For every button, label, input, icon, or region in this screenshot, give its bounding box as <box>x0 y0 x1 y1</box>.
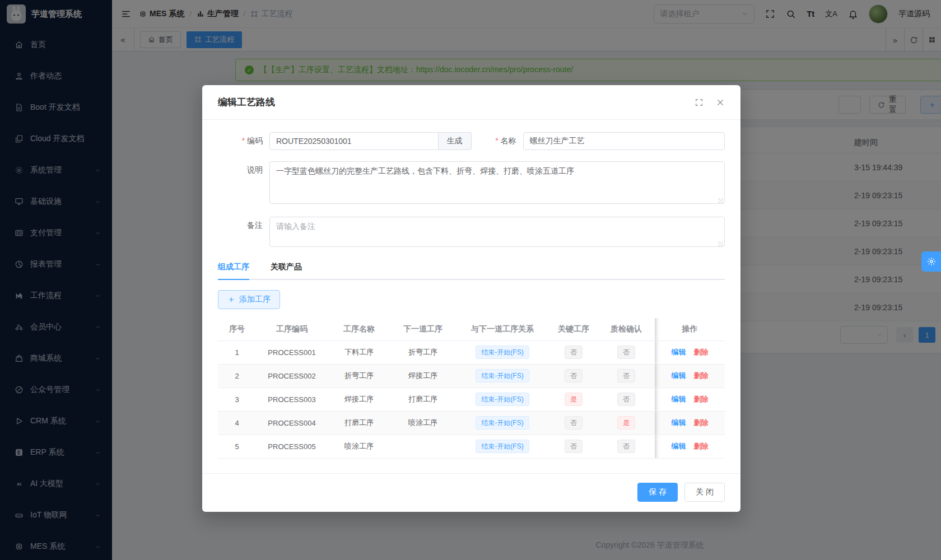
dialog-title: 编辑工艺路线 <box>218 96 682 109</box>
qc-confirm-tag: 否 <box>617 346 635 359</box>
steps-column-header: 质检确认 <box>598 318 655 340</box>
relation-tag: 结束-开始(FS) <box>476 369 529 382</box>
route-code-input[interactable] <box>269 132 439 150</box>
step-code: PROCESS002 <box>256 364 328 388</box>
dialog-footer: 保 存 关 闭 <box>202 473 740 512</box>
step-row: 3PROCESS003焊接工序打磨工序结束-开始(FS)是否编辑删除 <box>218 388 725 411</box>
steps-column-header: 关键工序 <box>549 318 598 340</box>
step-name: 打磨工序 <box>328 411 390 435</box>
edit-link[interactable]: 编辑 <box>672 371 686 380</box>
step-code: PROCESS004 <box>256 411 328 435</box>
step-next: 焊接工序 <box>390 364 455 388</box>
steps-column-header: 工序名称 <box>328 318 390 340</box>
step-row: 5PROCESS005喷涂工序结束-开始(FS)否否编辑删除 <box>218 435 725 458</box>
remark-field-label: 备注 <box>218 217 269 231</box>
step-seq: 3 <box>218 388 256 411</box>
delete-link[interactable]: 删除 <box>694 442 709 450</box>
resize-grip[interactable] <box>718 198 723 203</box>
delete-link[interactable]: 删除 <box>694 371 709 380</box>
steps-column-header: 序号 <box>218 318 256 340</box>
step-code: PROCESS005 <box>256 435 328 458</box>
step-next: 打磨工序 <box>390 388 455 411</box>
settings-gear-button[interactable] <box>921 251 941 272</box>
steps-column-header: 与下一道工序关系 <box>455 318 549 340</box>
remark-textarea[interactable] <box>269 217 725 247</box>
key-step-tag: 否 <box>565 346 583 359</box>
dialog-header: 编辑工艺路线 <box>202 85 740 120</box>
resize-grip[interactable] <box>718 241 723 246</box>
steps-table: 序号工序编码工序名称下一道工序与下一道工序关系关键工序质检确认操作 1PROCE… <box>218 318 725 459</box>
edit-route-dialog: 编辑工艺路线 编码 生成 名称 说明 一字型蓝色螺丝刀的完整生产工艺路线，包含下… <box>202 85 740 512</box>
dialog-close-icon[interactable] <box>716 98 725 107</box>
delete-link[interactable]: 删除 <box>694 395 709 403</box>
dialog-tab-组成工序[interactable]: 组成工序 <box>218 262 249 280</box>
key-step-tag: 是 <box>565 393 583 406</box>
delete-link[interactable]: 删除 <box>694 418 709 427</box>
generate-code-button[interactable]: 生成 <box>439 132 472 150</box>
step-name: 下料工序 <box>328 340 390 364</box>
step-next <box>390 435 455 458</box>
step-code: PROCESS001 <box>256 340 328 364</box>
dialog-tabs: 组成工序关联产品 <box>218 262 725 280</box>
relation-tag: 结束-开始(FS) <box>476 416 529 430</box>
name-field-label: 名称 <box>472 136 523 146</box>
steps-column-header: 下一道工序 <box>390 318 455 340</box>
code-field-label: 编码 <box>218 136 269 146</box>
key-step-tag: 否 <box>565 369 583 382</box>
edit-link[interactable]: 编辑 <box>672 442 686 450</box>
relation-tag: 结束-开始(FS) <box>476 440 529 453</box>
dialog-tab-关联产品[interactable]: 关联产品 <box>271 262 302 279</box>
add-step-button[interactable]: 添加工序 <box>218 290 280 309</box>
relation-tag: 结束-开始(FS) <box>476 393 529 406</box>
steps-table-body: 1PROCESS001下料工序折弯工序结束-开始(FS)否否编辑删除2PROCE… <box>218 340 725 458</box>
edit-link[interactable]: 编辑 <box>672 348 686 356</box>
qc-confirm-tag: 否 <box>617 393 635 406</box>
desc-field-label: 说明 <box>218 161 269 175</box>
step-seq: 2 <box>218 364 256 388</box>
step-row: 4PROCESS004打磨工序喷涂工序结束-开始(FS)否是编辑删除 <box>218 411 725 435</box>
step-seq: 1 <box>218 340 256 364</box>
relation-tag: 结束-开始(FS) <box>476 346 529 359</box>
step-seq: 5 <box>218 435 256 458</box>
step-code: PROCESS003 <box>256 388 328 411</box>
step-seq: 4 <box>218 411 256 435</box>
delete-link[interactable]: 删除 <box>694 348 709 356</box>
edit-link[interactable]: 编辑 <box>672 395 686 403</box>
step-name: 焊接工序 <box>328 388 390 411</box>
edit-link[interactable]: 编辑 <box>672 418 686 427</box>
qc-confirm-tag: 是 <box>617 416 635 430</box>
dialog-fullscreen-icon[interactable] <box>695 98 704 107</box>
step-next: 喷涂工序 <box>390 411 455 435</box>
step-next: 折弯工序 <box>390 340 455 364</box>
qc-confirm-tag: 否 <box>617 369 635 382</box>
step-name: 喷涂工序 <box>328 435 390 458</box>
save-button[interactable]: 保 存 <box>637 483 678 502</box>
step-name: 折弯工序 <box>328 364 390 388</box>
plus-icon <box>227 296 235 304</box>
close-button[interactable]: 关 闭 <box>684 483 725 502</box>
steps-column-header: 操作 <box>655 318 725 340</box>
desc-textarea[interactable]: 一字型蓝色螺丝刀的完整生产工艺路线，包含下料、折弯、焊接、打磨、喷涂五道工序 <box>269 161 725 204</box>
key-step-tag: 否 <box>565 416 583 430</box>
steps-column-header: 工序编码 <box>256 318 328 340</box>
route-name-input[interactable] <box>523 132 725 150</box>
step-row: 2PROCESS002折弯工序焊接工序结束-开始(FS)否否编辑删除 <box>218 364 725 388</box>
step-row: 1PROCESS001下料工序折弯工序结束-开始(FS)否否编辑删除 <box>218 340 725 364</box>
steps-table-header: 序号工序编码工序名称下一道工序与下一道工序关系关键工序质检确认操作 <box>218 318 725 340</box>
dialog-body: 编码 生成 名称 说明 一字型蓝色螺丝刀的完整生产工艺路线，包含下料、折弯、焊接… <box>202 120 740 459</box>
qc-confirm-tag: 否 <box>617 440 635 453</box>
key-step-tag: 否 <box>565 440 583 453</box>
